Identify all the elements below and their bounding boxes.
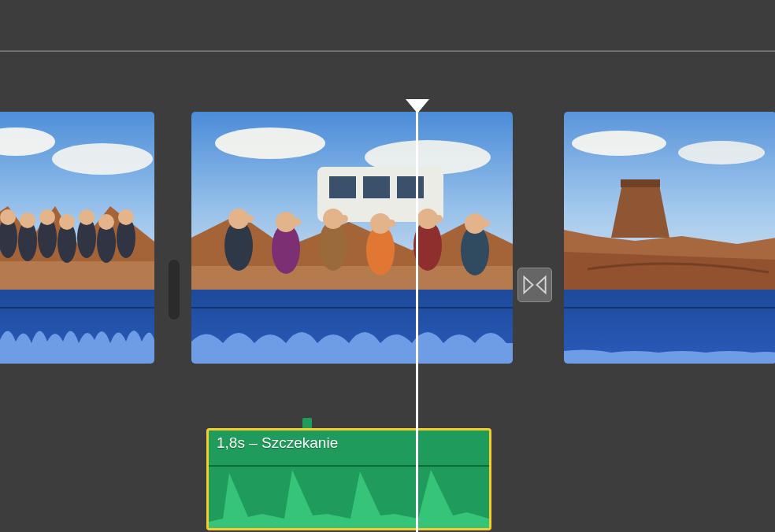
svg-point-5 (0, 209, 16, 225)
sfx-waveform (209, 467, 489, 530)
svg-point-41 (388, 220, 395, 227)
svg-point-9 (39, 209, 55, 225)
audio-waveform (191, 315, 513, 364)
svg-point-13 (79, 209, 95, 225)
audio-waveform (564, 315, 775, 364)
clip-audio-track[interactable] (564, 290, 775, 364)
toolbar-spacer (0, 0, 775, 52)
playhead-marker-icon[interactable] (406, 99, 429, 113)
svg-rect-47 (621, 179, 660, 187)
svg-point-17 (118, 209, 134, 225)
transition-cross-dissolve[interactable] (517, 268, 552, 302)
svg-point-11 (59, 214, 75, 230)
svg-point-39 (293, 218, 301, 226)
svg-point-38 (246, 215, 254, 223)
svg-point-7 (20, 212, 35, 228)
svg-point-2 (52, 143, 153, 175)
video-clip-3[interactable] (564, 112, 775, 364)
svg-point-43 (482, 220, 490, 227)
clip-thumbnail (564, 112, 775, 290)
timeline-area[interactable]: 1,8s – Szczekanie (0, 52, 775, 532)
svg-point-42 (435, 215, 443, 223)
svg-rect-22 (329, 176, 356, 198)
audio-volume-line[interactable] (0, 307, 154, 308)
clip-audio-track[interactable] (0, 290, 154, 364)
transition-icon (521, 272, 548, 298)
clip-thumbnail (0, 112, 154, 290)
clip-thumbnail (191, 112, 513, 290)
sound-effect-clip[interactable]: 1,8s – Szczekanie (206, 428, 491, 530)
svg-rect-3 (0, 261, 154, 290)
svg-point-15 (98, 214, 114, 230)
clip-edge-drag-handle[interactable] (169, 260, 180, 320)
svg-point-46 (678, 141, 765, 164)
svg-rect-24 (397, 176, 424, 198)
audio-volume-line[interactable] (564, 307, 775, 308)
sfx-clip-label: 1,8s – Szczekanie (217, 434, 338, 452)
video-clip-2[interactable] (191, 112, 513, 364)
svg-rect-23 (363, 176, 390, 198)
svg-point-19 (215, 127, 325, 159)
clip-audio-track[interactable] (191, 290, 513, 364)
playhead-line[interactable] (416, 109, 418, 532)
svg-point-40 (340, 215, 348, 223)
video-clip-1[interactable] (0, 112, 154, 364)
svg-point-45 (572, 131, 666, 156)
audio-volume-line[interactable] (191, 307, 513, 308)
audio-waveform (0, 315, 154, 364)
